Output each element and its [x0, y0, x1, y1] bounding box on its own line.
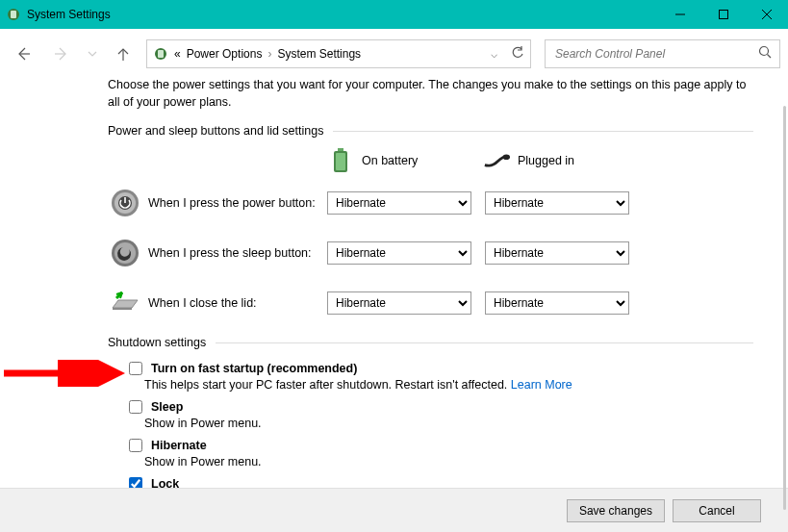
svg-rect-3	[719, 11, 727, 19]
hibernate-label: Hibernate	[151, 439, 207, 452]
power-battery-select[interactable]: Hibernate	[327, 191, 471, 215]
row-power-button: When I press the power button: Hibernate…	[108, 186, 753, 220]
breadcrumb-icon	[153, 46, 168, 62]
maximize-button[interactable]	[701, 0, 745, 29]
lid-icon	[108, 286, 142, 320]
svg-rect-15	[336, 153, 345, 170]
refresh-icon[interactable]	[511, 46, 524, 63]
sleep-button-icon	[108, 236, 142, 270]
hibernate-description: Show in Power menu.	[144, 455, 753, 469]
search-box[interactable]	[545, 39, 780, 68]
row-sleep-button: When I press the sleep button: Hibernate…	[108, 236, 753, 270]
section-power-sleep-heading: Power and sleep buttons and lid settings	[108, 124, 753, 138]
row-lid-label: When I close the lid:	[148, 296, 327, 310]
footer-bar: Save changes Cancel	[0, 488, 788, 532]
row-sleep-label: When I press the sleep button:	[148, 246, 327, 260]
up-button[interactable]	[108, 38, 139, 69]
search-input[interactable]	[553, 46, 758, 62]
chevron-right-icon: ›	[267, 47, 271, 61]
power-button-icon	[108, 186, 142, 220]
plug-icon	[483, 147, 510, 174]
learn-more-link[interactable]: Learn More	[511, 378, 572, 392]
fast-startup-checkbox[interactable]	[129, 362, 142, 375]
column-on-battery: On battery	[327, 147, 483, 174]
section-shutdown-heading: Shutdown settings	[108, 336, 753, 349]
search-icon	[758, 45, 772, 63]
svg-rect-1	[11, 11, 16, 18]
column-headers: On battery Plugged in	[327, 147, 753, 174]
svg-rect-10	[158, 50, 164, 58]
breadcrumb-item-power-options[interactable]: Power Options	[187, 47, 263, 61]
recent-dropdown[interactable]	[85, 38, 100, 69]
window-body: « Power Options › System Settings ⌵ Choo…	[0, 29, 788, 532]
svg-rect-13	[338, 148, 343, 151]
breadcrumb-prefix: «	[174, 47, 181, 61]
row-close-lid: When I close the lid: Hibernate Hibernat…	[108, 286, 753, 320]
window-controls	[658, 0, 788, 29]
intro-text: Choose the power settings that you want …	[108, 77, 753, 111]
content-area: Choose the power settings that you want …	[0, 73, 788, 507]
cancel-button[interactable]: Cancel	[673, 499, 761, 522]
shutdown-hibernate: Hibernate Show in Power menu.	[108, 436, 753, 469]
power-plugged-select[interactable]: Hibernate	[485, 191, 629, 215]
sleep-plugged-select[interactable]: Hibernate	[485, 241, 629, 265]
breadcrumb[interactable]: « Power Options › System Settings ⌵	[146, 39, 531, 68]
lid-battery-select[interactable]: Hibernate	[327, 291, 471, 315]
sleep-label: Sleep	[151, 400, 183, 414]
save-changes-button[interactable]: Save changes	[567, 499, 665, 522]
breadcrumb-item-system-settings[interactable]: System Settings	[277, 47, 361, 61]
minimize-button[interactable]	[658, 0, 701, 29]
titlebar: System Settings	[0, 0, 788, 29]
column-plugged-in: Plugged in	[483, 147, 639, 174]
sleep-description: Show in Power menu.	[144, 417, 753, 430]
row-power-label: When I press the power button:	[148, 196, 327, 210]
breadcrumb-dropdown-icon[interactable]: ⌵	[491, 47, 497, 61]
shutdown-fast-startup: Turn on fast startup (recommended) This …	[108, 359, 753, 392]
forward-button[interactable]	[46, 38, 77, 69]
battery-icon	[327, 147, 354, 174]
scrollbar[interactable]	[783, 106, 786, 510]
svg-point-11	[760, 47, 769, 56]
back-button[interactable]	[8, 38, 38, 69]
svg-point-16	[503, 154, 510, 160]
sleep-checkbox[interactable]	[129, 400, 142, 414]
shutdown-sleep: Sleep Show in Power menu.	[108, 397, 753, 430]
hibernate-checkbox[interactable]	[129, 439, 142, 452]
app-icon	[6, 7, 21, 22]
lid-plugged-select[interactable]: Hibernate	[485, 291, 629, 315]
window-title: System Settings	[27, 8, 111, 21]
close-button[interactable]	[745, 0, 788, 29]
svg-line-12	[768, 55, 772, 59]
fast-startup-label: Turn on fast startup (recommended)	[151, 362, 357, 375]
navigation-bar: « Power Options › System Settings ⌵	[0, 29, 788, 73]
sleep-battery-select[interactable]: Hibernate	[327, 241, 471, 265]
fast-startup-description: This helps start your PC faster after sh…	[144, 378, 753, 392]
